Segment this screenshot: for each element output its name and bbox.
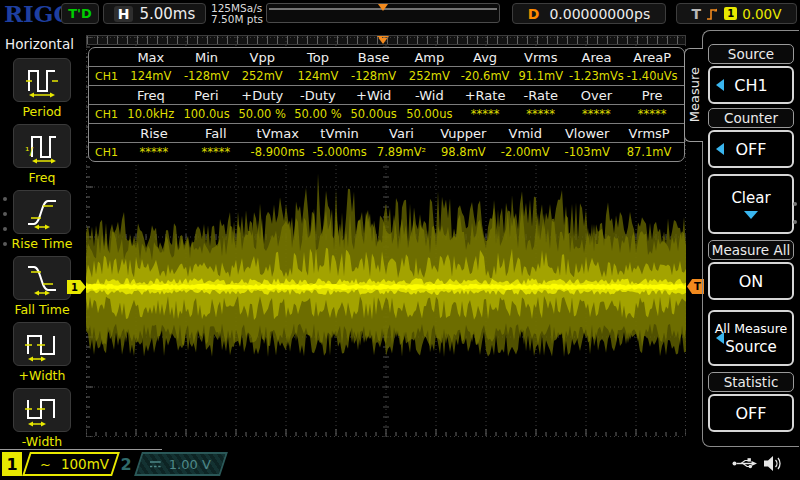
menu-item-freq[interactable]: ¹∕ Freq — [0, 124, 84, 185]
measure-value: -1.40uVs — [624, 69, 680, 83]
measure-header: Area — [569, 50, 625, 65]
menu-item-pos-width-label: +Width — [0, 368, 84, 383]
measure-header: Min — [179, 50, 235, 65]
measure-value: 10.0kHz — [123, 107, 179, 121]
measure-header-row: RiseFalltVmaxtVminVariVupperVmidVlowerVr… — [89, 124, 684, 143]
all-measure-label: All Measure — [715, 321, 788, 336]
fall-time-icon[interactable] — [13, 256, 71, 300]
left-menu-title: Horizontal — [5, 36, 74, 52]
measure-header: Max — [123, 50, 179, 65]
horizontal-timebase-box[interactable]: H 5.00ms — [103, 3, 206, 24]
page-dot — [3, 242, 7, 246]
channel2-scale: 1.00 V — [169, 457, 211, 472]
measure-value: -5.000ms — [309, 145, 371, 159]
measure-header: Amp — [402, 50, 458, 65]
menu-item-period-label: Period — [0, 104, 84, 119]
trigger-status-text: T'D — [68, 6, 92, 21]
page-dot — [793, 220, 797, 224]
menu-item-neg-width[interactable]: -Width — [0, 388, 84, 449]
rise-time-icon[interactable] — [13, 190, 71, 234]
measure-header: Vmid — [494, 126, 556, 141]
measure-value: 50.00us — [402, 107, 458, 121]
page-dot — [3, 227, 7, 231]
measure-value: 98.8mV — [432, 145, 494, 159]
measure-value: 87.1mV — [618, 145, 680, 159]
freq-icon[interactable]: ¹∕ — [13, 124, 71, 168]
measure-header: Rise — [123, 126, 185, 141]
measure-value: -128mV — [179, 69, 235, 83]
source-value: CH1 — [734, 76, 767, 95]
pos-width-icon[interactable] — [13, 322, 71, 366]
channel1-status[interactable]: ~ 100mV — [22, 452, 120, 476]
measure-all-button[interactable]: ON — [708, 262, 794, 300]
measure-header: Base — [346, 50, 402, 65]
measure-value: 100.0us — [179, 107, 235, 121]
measure-channel-label: CH1 — [93, 108, 123, 121]
menu-item-pos-width[interactable]: +Width — [0, 322, 84, 383]
measure-header: +Duty — [234, 88, 290, 103]
channel1-badge[interactable]: 1 — [2, 452, 22, 476]
measure-value: 124mV — [123, 69, 179, 83]
channel2-badge[interactable]: 2 — [118, 452, 134, 476]
measure-value-row: CH1**********-8.900ms-5.000ms7.89mV²98.8… — [89, 143, 684, 161]
neg-width-icon[interactable] — [13, 388, 71, 432]
trigger-marker-label: T — [694, 281, 701, 292]
svg-text:¹∕: ¹∕ — [25, 145, 33, 158]
measure-all-value: ON — [739, 272, 764, 291]
measure-value: 50.00 % — [234, 107, 290, 121]
dc-coupling-icon — [150, 460, 161, 469]
usb-icon — [732, 456, 757, 471]
measure-value: ***** — [569, 107, 625, 121]
oscilloscope-screen: RIGOL T'D H 5.00ms 125MSa/s 7.50M pts D … — [0, 0, 800, 480]
measure-table: MaxMinVppTopBaseAmpAvgVrmsAreaAreaPCH112… — [88, 47, 685, 162]
measure-header: Peri — [179, 88, 235, 103]
acquisition-info: 125MSa/s 7.50M pts — [211, 3, 263, 25]
measure-header: tVmax — [247, 126, 309, 141]
statistic-value: OFF — [736, 404, 767, 423]
page-dot — [793, 202, 797, 206]
measure-value: -103mV — [556, 145, 618, 159]
waveform-preview-bar[interactable] — [266, 3, 500, 23]
clear-button[interactable]: Clear — [708, 174, 794, 234]
measure-value: 252mV — [402, 69, 458, 83]
measure-value: ***** — [185, 145, 247, 159]
trigger-t-label: T — [692, 6, 702, 22]
statistic-button[interactable]: OFF — [708, 394, 794, 432]
channel2-status[interactable]: 1.00 V — [134, 452, 228, 476]
delay-box[interactable]: D 0.00000000ps — [512, 3, 666, 24]
measure-header-row: FreqPeri+Duty-Duty+Wid-Wid+Rate-RateOver… — [89, 86, 684, 105]
period-icon[interactable] — [13, 58, 71, 102]
measure-value: 124mV — [290, 69, 346, 83]
measure-value: -1.23mVs — [569, 69, 625, 83]
ac-coupling-icon: ~ — [40, 457, 51, 472]
delay-value: 0.00000000ps — [549, 6, 650, 22]
measure-header: Pre — [624, 88, 680, 103]
all-measure-source-button[interactable]: All Measure Source — [708, 310, 794, 366]
memory-depth: 7.50M pts — [211, 14, 263, 25]
trigger-level-value: 0.00V — [742, 6, 781, 22]
source-button[interactable]: CH1 — [708, 66, 794, 104]
source-label: Source — [708, 44, 794, 64]
measure-value: 252mV — [234, 69, 290, 83]
menu-item-rise-time[interactable]: Rise Time — [0, 190, 84, 251]
trigger-status-badge: T'D — [61, 3, 99, 24]
menu-item-fall-time-label: Fall Time — [0, 302, 84, 317]
measure-header: Vupper — [432, 126, 494, 141]
measure-value: 7.89mV² — [371, 145, 433, 159]
channel1-scale: 100mV — [61, 456, 109, 472]
measure-value: -8.900ms — [247, 145, 309, 159]
counter-button[interactable]: OFF — [708, 130, 794, 168]
measure-header: +Wid — [346, 88, 402, 103]
measure-header-row: MaxMinVppTopBaseAmpAvgVrmsAreaAreaP — [89, 48, 684, 67]
measure-header: Vlower — [556, 126, 618, 141]
page-dot — [3, 197, 7, 201]
menu-item-period[interactable]: Period — [0, 58, 84, 119]
measure-value: ***** — [457, 107, 513, 121]
counter-value: OFF — [736, 140, 767, 159]
measure-header: Vpp — [234, 50, 290, 65]
measure-value: ***** — [513, 107, 569, 121]
trigger-box[interactable]: T 1 0.00V — [676, 3, 797, 24]
measure-header: Over — [569, 88, 625, 103]
measure-value: 91.1mV — [513, 69, 569, 83]
measure-value: -20.6mV — [457, 69, 513, 83]
